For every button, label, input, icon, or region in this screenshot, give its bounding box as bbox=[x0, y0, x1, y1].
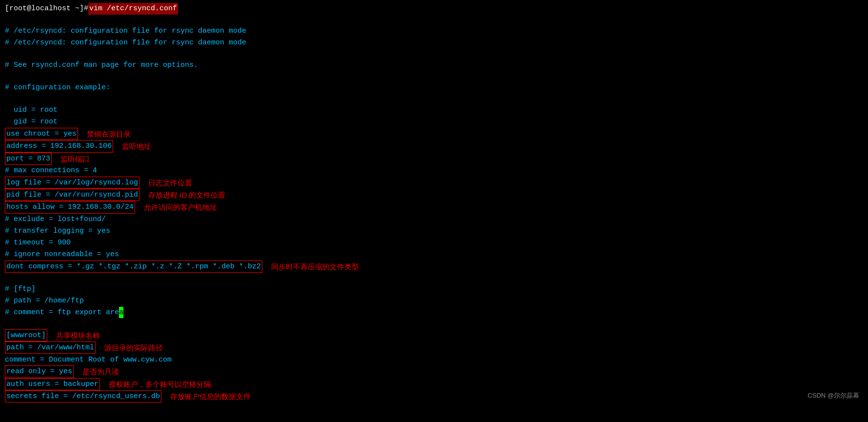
readonly-box: read only = yes bbox=[5, 365, 74, 378]
empty-line bbox=[5, 94, 863, 104]
wwwroot-line: [wwwroot] 共享模块名称 bbox=[5, 329, 863, 342]
max-connections-line: # max connections = 4 bbox=[5, 165, 863, 177]
ignore-nonreadable-text: # ignore nonreadable = yes bbox=[5, 249, 119, 260]
use-chroot-line: use chroot = yes 禁锢在源目录 bbox=[5, 128, 863, 140]
authusers-box: auth users = backuper bbox=[5, 378, 100, 390]
empty-line bbox=[5, 319, 863, 329]
empty-line bbox=[5, 71, 863, 82]
readonly-annotation: 是否为只读 bbox=[82, 366, 119, 377]
port-box: port = 873 bbox=[5, 153, 52, 165]
transfer-logging-line: # transfer logging = yes bbox=[5, 225, 863, 237]
dont-compress-line: dont compress = *.gz *.tgz *.zip *.z *.Z… bbox=[5, 261, 863, 273]
authusers-annotation: 授权账户，多个账号以空格分隔 bbox=[109, 379, 211, 390]
port-line: port = 873 监听端口 bbox=[5, 153, 863, 165]
readonly-line: read only = yes 是否为只读 bbox=[5, 365, 863, 378]
prompt: [root@localhost ~]# bbox=[5, 3, 88, 14]
hostsallow-annotation: 允许访问的客户机地址 bbox=[144, 201, 217, 213]
dont-compress-annotation: 同步时不再压缩的文件类型 bbox=[271, 261, 359, 272]
logfile-box: log file = /var/log/rsyncd.log bbox=[5, 177, 139, 189]
ignore-nonreadable-line: # ignore nonreadable = yes bbox=[5, 249, 863, 261]
comment-line: # configuration example: bbox=[5, 82, 863, 94]
comment-line: # /etc/rsyncd: configuration file for rs… bbox=[5, 25, 863, 37]
timeout-text: # timeout = 900 bbox=[5, 237, 71, 248]
pidfile-box: pid file = /var/run/rsyncd.pid bbox=[5, 189, 139, 201]
comment-line: # See rsyncd.conf man page for more opti… bbox=[5, 60, 863, 71]
comment-docroot-line: comment = Document Root of www.cyw.com bbox=[5, 354, 863, 365]
command-line: [root@localhost ~]# vim /etc/rsyncd.conf bbox=[5, 3, 863, 15]
empty-line bbox=[5, 273, 863, 283]
comment-text: # See rsyncd.conf man page for more opti… bbox=[5, 60, 198, 71]
wwwroot-annotation: 共享模块名称 bbox=[56, 330, 100, 341]
pidfile-annotation: 存放进程 ID 的文件位置 bbox=[148, 189, 225, 201]
path-line: path = /var/www/html 源目录的实际路径 bbox=[5, 342, 863, 354]
max-connections-text: # max connections = 4 bbox=[5, 165, 97, 176]
address-box: address = 192.168.30.106 bbox=[5, 140, 113, 152]
comment-text: # /etc/rsyncd: configuration file for rs… bbox=[5, 37, 246, 48]
exclude-line: # exclude = lost+found/ bbox=[5, 214, 863, 225]
path-annotation: 源目录的实际路径 bbox=[104, 342, 163, 353]
address-line: address = 192.168.30.106 监听地址 bbox=[5, 140, 863, 152]
logfile-line: log file = /var/log/rsyncd.log 日志文件位置 bbox=[5, 177, 863, 189]
ftp-section-comment: # [ftp] bbox=[5, 283, 863, 295]
exclude-text: # exclude = lost+found/ bbox=[5, 214, 106, 225]
empty-line bbox=[5, 49, 863, 60]
transfer-logging-text: # transfer logging = yes bbox=[5, 225, 110, 237]
path-box: path = /var/www/html bbox=[5, 342, 96, 354]
command-text: vim /etc/rsyncd.conf bbox=[88, 3, 178, 14]
secretsfile-line: secrets file = /etc/rsyncd_users.db 存放账户… bbox=[5, 390, 863, 402]
ftp-comment-comment: # comment = ftp export area bbox=[5, 307, 863, 319]
use-chroot-box: use chroot = yes bbox=[5, 128, 78, 140]
watermark: CSDN @尔尔蒜幕 bbox=[808, 391, 859, 401]
use-chroot-annotation: 禁锢在源目录 bbox=[87, 128, 131, 140]
logfile-annotation: 日志文件位置 bbox=[148, 177, 192, 188]
comment-text: # /etc/rsyncd: configuration file for rs… bbox=[5, 25, 246, 37]
comment-text: # configuration example: bbox=[5, 82, 110, 93]
comment-line: # /etc/rsyncd: configuration file for rs… bbox=[5, 37, 863, 49]
gid-line: gid = root bbox=[14, 116, 863, 128]
ftp-path-comment: # path = /home/ftp bbox=[5, 295, 863, 307]
ftp-comment-text: # [ftp] bbox=[5, 283, 36, 295]
port-annotation: 监听端口 bbox=[60, 153, 90, 164]
uid-line: uid = root bbox=[14, 104, 863, 116]
comment-docroot-text: comment = Document Root of www.cyw.com bbox=[5, 354, 172, 365]
wwwroot-box: [wwwroot] bbox=[5, 329, 47, 342]
cursor: a bbox=[119, 307, 123, 318]
hostsallow-box: hosts allow = 192.168.30.0/24 bbox=[5, 201, 135, 213]
timeout-line: # timeout = 900 bbox=[5, 237, 863, 249]
ftp-comment-text2: # comment = ftp export are bbox=[5, 307, 119, 318]
secretsfile-annotation: 存放账户信息的数据文件 bbox=[170, 391, 251, 402]
pidfile-line: pid file = /var/run/rsyncd.pid 存放进程 ID 的… bbox=[5, 189, 863, 201]
terminal: [root@localhost ~]# vim /etc/rsyncd.conf… bbox=[0, 0, 868, 405]
hostsallow-line: hosts allow = 192.168.30.0/24 允许访问的客户机地址 bbox=[5, 201, 863, 213]
uid-value: uid = root bbox=[14, 104, 58, 116]
dont-compress-box: dont compress = *.gz *.tgz *.zip *.z *.Z… bbox=[5, 261, 262, 273]
secretsfile-box: secrets file = /etc/rsyncd_users.db bbox=[5, 390, 161, 402]
authusers-line: auth users = backuper 授权账户，多个账号以空格分隔 bbox=[5, 378, 863, 390]
ftp-path-text: # path = /home/ftp bbox=[5, 295, 84, 306]
address-annotation: 监听地址 bbox=[122, 141, 151, 152]
empty-line bbox=[5, 15, 863, 25]
gid-value: gid = root bbox=[14, 116, 58, 127]
